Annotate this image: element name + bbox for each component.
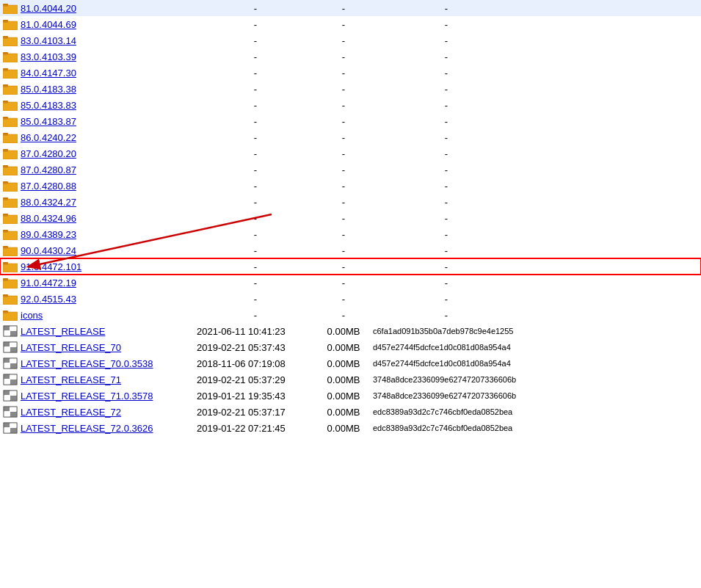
- col-size-dash: -: [314, 261, 373, 272]
- list-item[interactable]: 90.0.4430.24---: [0, 242, 701, 258]
- file-name-link[interactable]: 87.0.4280.87: [21, 164, 197, 175]
- folder-icon: [3, 18, 18, 30]
- svg-rect-133: [4, 412, 10, 417]
- col-size-dash: -: [314, 68, 373, 79]
- file-name-link[interactable]: 87.0.4280.20: [21, 148, 197, 159]
- file-name-link[interactable]: 81.0.4044.69: [21, 19, 197, 30]
- col-size-dash: -: [314, 294, 373, 305]
- list-item[interactable]: 81.0.4044.20---: [0, 0, 701, 16]
- svg-rect-101: [4, 326, 10, 330]
- folder-icon: [3, 131, 18, 143]
- file-name-link[interactable]: 83.0.4103.39: [21, 51, 197, 62]
- list-item[interactable]: icons---: [0, 307, 701, 323]
- col-hash-dash: -: [373, 84, 520, 95]
- file-name-link[interactable]: 91.0.4472.101: [21, 261, 197, 272]
- list-item[interactable]: 88.0.4324.96---: [0, 210, 701, 226]
- col-hash-dash: -: [373, 100, 520, 111]
- col-date-dash: -: [197, 245, 314, 256]
- file-name-link[interactable]: 84.0.4147.30: [21, 68, 197, 79]
- file-name-link[interactable]: 85.0.4183.38: [21, 84, 197, 95]
- col-hash-dash: -: [373, 277, 520, 288]
- folder-icon: [3, 51, 18, 62]
- file-name-link[interactable]: 83.0.4103.14: [21, 35, 197, 46]
- col-date-dash: -: [197, 164, 314, 175]
- file-icon: [3, 341, 18, 353]
- file-name-link[interactable]: LATEST_RELEASE_70: [21, 342, 197, 353]
- list-item[interactable]: 83.0.4103.39---: [0, 48, 701, 65]
- file-name-link[interactable]: 91.0.4472.19: [21, 277, 197, 288]
- col-hash: edc8389a93d2c7c746cbf0eda0852bea: [373, 407, 520, 416]
- col-hash: d457e2744f5dcfce1d0c081d08a954a4: [373, 343, 520, 352]
- file-name-link[interactable]: LATEST_RELEASE_71: [21, 374, 197, 385]
- col-date-dash: -: [197, 116, 314, 127]
- file-name-link[interactable]: 85.0.4183.87: [21, 116, 197, 127]
- list-item[interactable]: 81.0.4044.69---: [0, 16, 701, 32]
- col-size-dash: -: [314, 100, 373, 111]
- file-name-link[interactable]: 81.0.4044.20: [21, 3, 197, 14]
- file-name-link[interactable]: 86.0.4240.22: [21, 132, 197, 143]
- list-item[interactable]: 85.0.4183.38---: [0, 81, 701, 97]
- col-date-dash: -: [197, 181, 314, 192]
- file-name-link[interactable]: 89.0.4389.23: [21, 229, 197, 240]
- folder-icon: [3, 196, 18, 208]
- list-item[interactable]: 87.0.4280.88---: [0, 178, 701, 194]
- list-item[interactable]: LATEST_RELEASE_722019-02-21 05:37:170.00…: [0, 404, 701, 420]
- list-item[interactable]: 89.0.4389.23---: [0, 226, 701, 242]
- col-date-dash: -: [197, 197, 314, 208]
- file-name-link[interactable]: 88.0.4324.96: [21, 213, 197, 224]
- file-icon: [3, 357, 18, 369]
- list-item[interactable]: 87.0.4280.20---: [0, 145, 701, 161]
- folder-icon: [3, 164, 18, 175]
- col-size-dash: -: [314, 84, 373, 95]
- svg-rect-8: [3, 21, 18, 30]
- col-size-dash: -: [314, 51, 373, 62]
- folder-icon: [3, 293, 18, 305]
- list-item[interactable]: 91.0.4472.19---: [0, 275, 701, 291]
- list-item[interactable]: 92.0.4515.43---: [0, 291, 701, 307]
- col-date: 2018-11-06 07:19:08: [197, 358, 314, 369]
- file-name-link[interactable]: 87.0.4280.88: [21, 181, 197, 192]
- list-item[interactable]: 86.0.4240.22---: [0, 129, 701, 145]
- col-size-dash: -: [314, 116, 373, 127]
- list-item[interactable]: 84.0.4147.30---: [0, 65, 701, 81]
- list-item[interactable]: 83.0.4103.14---: [0, 32, 701, 48]
- list-item[interactable]: LATEST_RELEASE_712019-02-21 05:37:290.00…: [0, 371, 701, 388]
- list-item[interactable]: LATEST_RELEASE2021-06-11 10:41:230.00MBc…: [0, 323, 701, 339]
- col-hash-dash: -: [373, 51, 520, 62]
- file-name-link[interactable]: LATEST_RELEASE_72: [21, 407, 197, 418]
- list-item[interactable]: LATEST_RELEASE_72.0.36262019-01-22 07:21…: [0, 420, 701, 436]
- list-item[interactable]: 88.0.4324.27---: [0, 194, 701, 210]
- folder-icon: [3, 180, 18, 192]
- svg-rect-93: [3, 296, 18, 305]
- col-date: 2019-02-21 05:37:43: [197, 342, 314, 353]
- list-item[interactable]: 87.0.4280.87---: [0, 161, 701, 178]
- list-item[interactable]: 85.0.4183.87---: [0, 113, 701, 129]
- col-date: 2019-01-22 07:21:45: [197, 423, 314, 434]
- folder-icon: [3, 99, 18, 111]
- file-name-link[interactable]: LATEST_RELEASE_72.0.3626: [21, 423, 197, 434]
- svg-rect-128: [10, 396, 17, 401]
- file-name-link[interactable]: 92.0.4515.43: [21, 294, 197, 305]
- col-hash: edc8389a93d2c7c746cbf0eda0852bea: [373, 424, 520, 432]
- list-item[interactable]: LATEST_RELEASE_702019-02-21 05:37:430.00…: [0, 339, 701, 355]
- file-name-link[interactable]: 88.0.4324.27: [21, 197, 197, 208]
- col-date-dash: -: [197, 294, 314, 305]
- file-name-link[interactable]: 90.0.4430.24: [21, 245, 197, 256]
- file-name-link[interactable]: LATEST_RELEASE_70.0.3538: [21, 358, 197, 369]
- folder-icon: [3, 244, 18, 256]
- file-name-link[interactable]: 85.0.4183.83: [21, 100, 197, 111]
- svg-rect-68: [3, 215, 18, 224]
- file-name-link[interactable]: icons: [21, 310, 197, 321]
- col-size-dash: -: [314, 181, 373, 192]
- list-item[interactable]: LATEST_RELEASE_71.0.35782019-01-21 19:35…: [0, 388, 701, 404]
- file-name-link[interactable]: LATEST_RELEASE: [21, 326, 197, 337]
- col-hash-dash: -: [373, 148, 520, 159]
- list-item[interactable]: 85.0.4183.83---: [0, 97, 701, 113]
- col-size-dash: -: [314, 197, 373, 208]
- folder-icon: [3, 261, 18, 272]
- file-name-link[interactable]: LATEST_RELEASE_71.0.3578: [21, 391, 197, 402]
- list-item[interactable]: 91.0.4472.101---: [0, 258, 701, 275]
- list-item[interactable]: LATEST_RELEASE_70.0.35382018-11-06 07:19…: [0, 355, 701, 371]
- svg-rect-28: [3, 86, 18, 95]
- col-date-dash: -: [197, 277, 314, 288]
